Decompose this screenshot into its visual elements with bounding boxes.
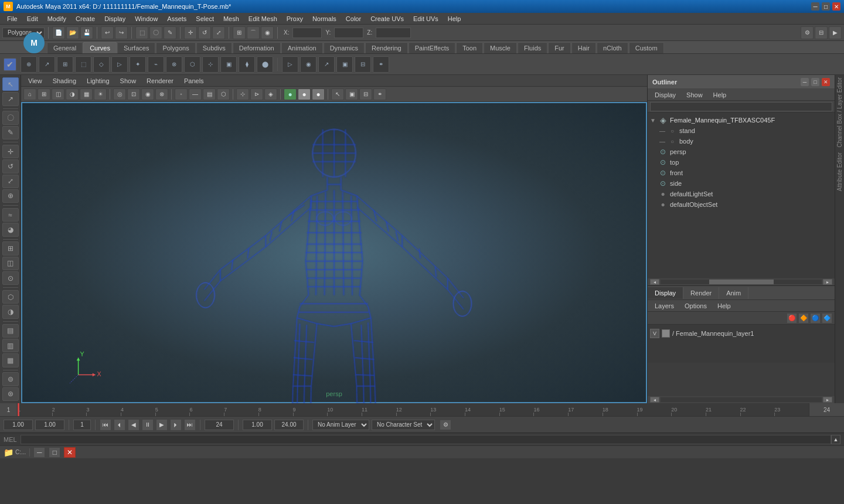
char-set-selector[interactable]: No Character Set xyxy=(372,420,435,430)
scale-tool[interactable]: ⤢ xyxy=(2,175,19,188)
shelf-tab-surfaces[interactable]: Surfaces xyxy=(117,42,155,53)
range-start-input[interactable] xyxy=(4,420,33,430)
vp-face-btn[interactable]: ▤ xyxy=(203,88,216,100)
status-close-btn[interactable]: ✕ xyxy=(64,447,76,458)
shelf-icon-6[interactable]: ▷ xyxy=(111,56,128,73)
layer-btn[interactable]: ▤ xyxy=(2,324,19,338)
shelf-icon-10[interactable]: ⬡ xyxy=(184,56,200,73)
outliner-search-input[interactable] xyxy=(650,102,832,111)
outliner-item-body[interactable]: — ○ body xyxy=(648,136,835,147)
lasso-tool[interactable]: 〇 xyxy=(2,111,19,124)
scroll-thumb[interactable] xyxy=(709,280,774,284)
outliner-close-btn[interactable]: ✕ xyxy=(822,78,830,86)
menu-item-assets[interactable]: Assets xyxy=(162,14,191,23)
camera-tool[interactable]: ◫ xyxy=(2,257,19,270)
options-btn[interactable]: ⚙ xyxy=(801,26,814,39)
lasso-btn[interactable]: 〇 xyxy=(149,26,162,39)
close-button[interactable]: ✕ xyxy=(832,2,840,11)
vp-light-btn[interactable]: ☀ xyxy=(94,88,107,100)
viewport-menu-renderer[interactable]: Renderer xyxy=(142,76,178,86)
shelf-icon-7[interactable]: ✦ xyxy=(130,56,146,73)
select-tool[interactable]: ↖ xyxy=(2,77,19,91)
shelf-icon-14[interactable]: ⬤ xyxy=(257,56,273,73)
3d-viewport[interactable]: X Y persp xyxy=(21,102,647,403)
layer-icon-1[interactable]: 🔴 xyxy=(787,313,797,323)
viewport-menu-shading[interactable]: Shading xyxy=(48,76,81,86)
layer-scroll-left[interactable]: ◂ xyxy=(650,397,659,403)
universal-tool[interactable]: ⊕ xyxy=(2,189,19,203)
menu-item-select[interactable]: Select xyxy=(191,14,219,23)
x-input[interactable] xyxy=(292,28,322,38)
scroll-right-btn[interactable]: ▸ xyxy=(823,279,832,285)
menu-item-color[interactable]: Color xyxy=(341,14,366,23)
outliner-maximize-btn[interactable]: □ xyxy=(811,78,819,86)
vp-layout-btn[interactable]: ⊟ xyxy=(359,88,372,100)
vp-snap-btn[interactable]: ⚭ xyxy=(373,88,386,100)
shelf-icon-3[interactable]: ⊞ xyxy=(57,56,73,73)
layer-icon-2[interactable]: 🔶 xyxy=(798,313,809,323)
viewport-menu-show[interactable]: Show xyxy=(115,76,141,86)
render-btn[interactable]: ▶ xyxy=(829,26,842,39)
shelf-icon-15[interactable]: ▷ xyxy=(282,56,298,73)
misc-btn1[interactable]: ⊚ xyxy=(2,372,19,386)
layout-btn[interactable]: ⊟ xyxy=(815,26,828,39)
undo-btn[interactable]: ↩ xyxy=(101,26,114,39)
menu-item-file[interactable]: File xyxy=(2,14,22,23)
vp-select-cursor[interactable]: ↖ xyxy=(331,88,344,100)
vp-edge-btn[interactable]: — xyxy=(189,88,202,100)
outliner-menu-show[interactable]: Show xyxy=(682,90,707,100)
sculpt-tool[interactable]: ◕ xyxy=(2,223,19,236)
outliner-item-lightset[interactable]: ● defaultLightSet xyxy=(648,189,835,199)
layer-menu-help[interactable]: Help xyxy=(713,301,736,311)
show-manipulator[interactable]: ⊞ xyxy=(2,241,19,255)
status-folder-btn[interactable]: 📁 C:... xyxy=(4,448,26,457)
vp-anim-btn[interactable]: ⊳ xyxy=(250,88,263,100)
outliner-item-stand[interactable]: — ○ stand xyxy=(648,125,835,136)
select-tool-btn[interactable]: ⬚ xyxy=(135,26,148,39)
viewport-menu-view[interactable]: View xyxy=(23,76,47,86)
outliner-item-front[interactable]: ⊙ front xyxy=(648,168,835,178)
snap-curve-btn[interactable]: ⌒ xyxy=(247,26,260,39)
menu-item-create-uvs[interactable]: Create UVs xyxy=(366,14,409,23)
layer-tab-anim[interactable]: Anim xyxy=(719,287,748,299)
shelf-icon-8[interactable]: ⌁ xyxy=(148,56,164,73)
shelf-icon-connect[interactable]: ⚭ xyxy=(373,56,389,73)
layer-tab-display[interactable]: Display xyxy=(648,287,683,299)
outliner-menu-display[interactable]: Display xyxy=(650,90,680,100)
shelf-icon-cube[interactable]: ▣ xyxy=(336,56,353,73)
new-file-btn[interactable]: 📄 xyxy=(52,26,65,39)
vp-home-btn[interactable]: ⌂ xyxy=(23,88,36,100)
menu-item-create[interactable]: Create xyxy=(71,14,100,23)
shelf-tab-subdivs[interactable]: Subdivs xyxy=(196,42,232,53)
paint-tool[interactable]: ✎ xyxy=(2,126,19,139)
timeline-ruler[interactable]: 123456789101112131415161718192021222324 xyxy=(18,403,809,416)
outliner-menu-help[interactable]: Help xyxy=(709,90,731,100)
outliner-item-root[interactable]: ▼ ◈ Female_Mannequin_TFBXASC045F xyxy=(648,115,835,125)
status-restore-btn[interactable]: □ xyxy=(49,447,60,458)
playback-start-input[interactable] xyxy=(243,420,272,430)
menu-item-edit[interactable]: Edit xyxy=(22,14,43,23)
shelf-tab-dynamics[interactable]: Dynamics xyxy=(324,42,365,53)
next-frame-btn[interactable]: ⏵ xyxy=(170,419,182,431)
play-back-btn[interactable]: ◀ xyxy=(128,419,139,431)
layer-tab-render[interactable]: Render xyxy=(683,287,719,299)
shelf-tab-polygons[interactable]: Polygons xyxy=(156,42,195,53)
y-input[interactable] xyxy=(334,28,363,38)
stop-btn[interactable]: ⏸ xyxy=(142,419,154,431)
script-expand-btn[interactable]: ▲ xyxy=(831,435,840,444)
shelf-tab-curves[interactable]: Curves xyxy=(83,42,117,53)
go-end-btn[interactable]: ⏭ xyxy=(184,419,196,431)
ipr-btn[interactable]: ◑ xyxy=(2,305,19,318)
menu-item-display[interactable]: Display xyxy=(100,14,130,23)
shelf-tab-custom[interactable]: Custom xyxy=(629,42,664,53)
shelf-icon-frame[interactable]: ⊟ xyxy=(355,56,371,73)
attribute-editor-label[interactable]: Attribute Editor xyxy=(836,152,843,191)
layer-menu-layers[interactable]: Layers xyxy=(650,301,679,311)
menu-item-mesh[interactable]: Mesh xyxy=(219,14,244,23)
shelf-tab-rendering[interactable]: Rendering xyxy=(365,42,408,53)
redo-btn[interactable]: ↪ xyxy=(115,26,128,39)
vp-light-sphere-2[interactable]: ● xyxy=(298,88,311,100)
menu-item-modify[interactable]: Modify xyxy=(43,14,71,23)
menu-item-edit-mesh[interactable]: Edit Mesh xyxy=(244,14,282,23)
menu-item-normals[interactable]: Normals xyxy=(308,14,341,23)
